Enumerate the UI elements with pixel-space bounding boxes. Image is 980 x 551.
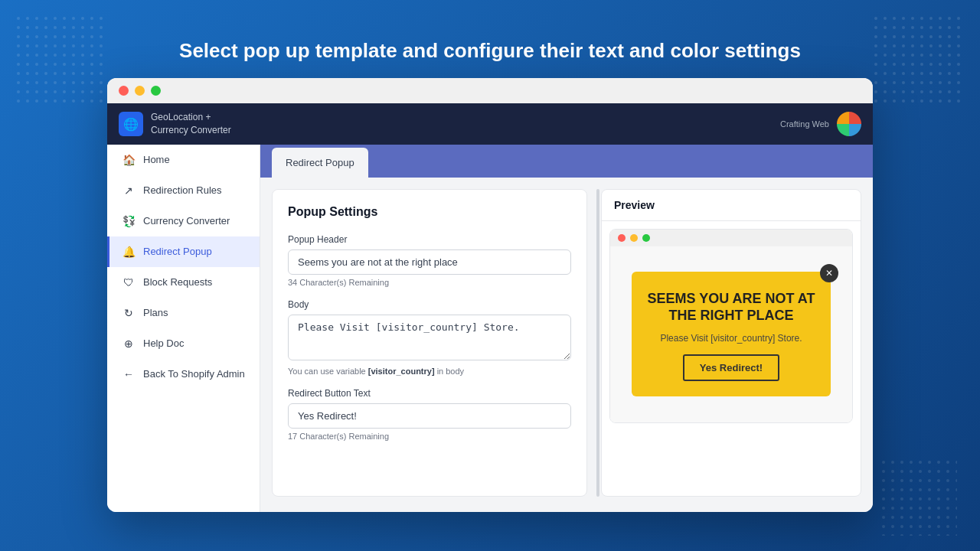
label-body: Body: [288, 299, 571, 310]
app-title-line2: Currency Converter: [151, 124, 231, 137]
dots-top-right: [873, 15, 965, 107]
browser-dot-yellow[interactable]: [135, 86, 145, 96]
sidebar-label-home: Home: [143, 154, 170, 165]
input-redirect-button-text[interactable]: [288, 403, 571, 429]
sidebar-item-plans[interactable]: ↻ Plans: [107, 298, 260, 328]
back-icon: ←: [122, 368, 136, 380]
char-remaining-button: 17 Character(s) Remaining: [288, 432, 571, 441]
shield-icon: 🛡: [122, 276, 136, 289]
sidebar-label-redirect-popup: Redirect Popup: [143, 246, 212, 257]
sidebar-item-home[interactable]: 🏠 Home: [107, 145, 260, 175]
textarea-body[interactable]: Please Visit [visitor_country] Store.: [288, 315, 571, 360]
tab-bar: Redirect Popup: [260, 145, 873, 178]
form-group-body: Body Please Visit [visitor_country] Stor…: [288, 299, 571, 376]
browser-dot-red[interactable]: [119, 86, 129, 96]
preview-dot-green: [642, 234, 650, 242]
app-header-right: Crafting Web: [780, 112, 861, 136]
close-icon: ✕: [825, 268, 833, 279]
label-popup-header: Popup Header: [288, 234, 571, 245]
preview-panel: Preview ✕ SEEMS YOU A: [601, 189, 861, 497]
page-title: Select pop up template and configure the…: [179, 39, 801, 63]
app-title-line1: GeoLocation +: [151, 111, 231, 124]
popup-title: SEEMS YOU ARE NOT AT THE RIGHT PLACE: [647, 291, 815, 324]
page-title-area: Select pop up template and configure the…: [179, 39, 801, 63]
popup-close-button[interactable]: ✕: [820, 264, 838, 282]
browser-window: 🌐 GeoLocation + Currency Converter Craft…: [107, 78, 873, 512]
settings-heading: Popup Settings: [288, 205, 571, 219]
help-icon: ⊕: [122, 337, 136, 350]
dots-bottom-right: [880, 459, 957, 536]
app-body: 🏠 Home ↗ Redirection Rules 💱 Currency Co…: [107, 145, 873, 512]
panel-divider: [596, 189, 599, 497]
popup-redirect-button[interactable]: Yes Redirect!: [683, 354, 779, 381]
app-header-title: GeoLocation + Currency Converter: [151, 111, 231, 137]
home-icon: 🏠: [122, 154, 136, 166]
sidebar-label-redirection-rules: Redirection Rules: [143, 184, 222, 196]
sidebar-item-redirect-popup[interactable]: 🔔 Redirect Popup: [107, 236, 260, 267]
panels-container: Popup Settings Popup Header 34 Character…: [260, 178, 873, 508]
sidebar-label-help-doc: Help Doc: [143, 337, 184, 349]
app-header-left: 🌐 GeoLocation + Currency Converter: [119, 111, 231, 137]
browser-titlebar: [107, 78, 873, 103]
currency-icon: 💱: [122, 215, 136, 227]
app-logo-icon: 🌐: [119, 112, 143, 136]
preview-browser-bar: [610, 230, 852, 246]
input-popup-header[interactable]: [288, 249, 571, 275]
sidebar-item-block-requests[interactable]: 🛡 Block Requests: [107, 267, 260, 298]
sidebar-item-redirection-rules[interactable]: ↗ Redirection Rules: [107, 175, 260, 206]
sidebar-item-help-doc[interactable]: ⊕ Help Doc: [107, 328, 260, 359]
preview-dot-red: [618, 234, 626, 242]
avatar: [837, 112, 861, 136]
store-name: Crafting Web: [780, 119, 829, 129]
popup-preview-area: ✕ SEEMS YOU ARE NOT AT THE RIGHT PLACE P…: [610, 246, 852, 422]
preview-dot-yellow: [630, 234, 638, 242]
sidebar-label-plans: Plans: [143, 307, 168, 318]
preview-heading: Preview: [602, 190, 861, 221]
settings-panel: Popup Settings Popup Header 34 Character…: [272, 189, 587, 497]
sidebar: 🏠 Home ↗ Redirection Rules 💱 Currency Co…: [107, 145, 260, 512]
svg-rect-3: [873, 15, 965, 107]
sidebar-label-block-requests: Block Requests: [143, 276, 212, 288]
body-hint: You can use variable [visitor_country] i…: [288, 367, 571, 376]
plans-icon: ↻: [122, 307, 136, 319]
bell-icon: 🔔: [122, 246, 136, 258]
tab-redirect-popup[interactable]: Redirect Popup: [272, 148, 368, 178]
redirect-icon: ↗: [122, 184, 136, 197]
popup-card: ✕ SEEMS YOU ARE NOT AT THE RIGHT PLACE P…: [632, 272, 831, 396]
svg-rect-1: [15, 15, 107, 107]
dots-top-left: [15, 15, 107, 107]
sidebar-label-currency-converter: Currency Converter: [143, 215, 230, 227]
sidebar-item-back-to-shopify[interactable]: ← Back To Shopify Admin: [107, 359, 260, 390]
sidebar-item-currency-converter[interactable]: 💱 Currency Converter: [107, 206, 260, 236]
content-area: Redirect Popup Popup Settings Popup Head…: [260, 145, 873, 512]
popup-body-text: Please Visit [visitor_country] Store.: [647, 333, 815, 344]
preview-browser: ✕ SEEMS YOU ARE NOT AT THE RIGHT PLACE P…: [609, 229, 853, 423]
svg-rect-5: [880, 459, 957, 536]
sidebar-label-back-to-shopify: Back To Shopify Admin: [143, 368, 245, 380]
app-header: 🌐 GeoLocation + Currency Converter Craft…: [107, 103, 873, 145]
label-redirect-button-text: Redirect Button Text: [288, 388, 571, 399]
char-remaining-header: 34 Character(s) Remaining: [288, 278, 571, 287]
browser-dot-green[interactable]: [151, 86, 161, 96]
form-group-redirect-button-text: Redirect Button Text 17 Character(s) Rem…: [288, 388, 571, 441]
form-group-popup-header: Popup Header 34 Character(s) Remaining: [288, 234, 571, 287]
